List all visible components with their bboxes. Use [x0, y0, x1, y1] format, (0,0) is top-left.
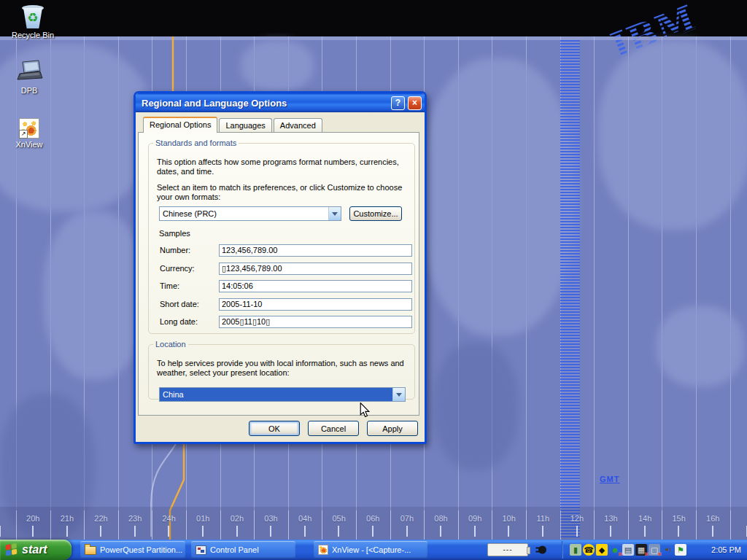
timezone-hour-label: 13h	[595, 514, 628, 523]
power-plug-icon[interactable]	[535, 544, 547, 559]
tab-advanced[interactable]: Advanced	[274, 118, 322, 132]
wallpaper-top-band: IBM	[0, 0, 747, 36]
desktop-icon-recycle-bin[interactable]: ♻ Recycle Bin	[5, 4, 61, 39]
gmt-label: GMT	[600, 475, 619, 483]
taskbar-task-powerquest[interactable]: PowerQuest Partition...	[80, 541, 185, 559]
sample-label: Long date:	[160, 317, 198, 326]
short-date-sample-field[interactable]: 2005-11-10	[219, 298, 412, 311]
xnview-task-icon	[318, 545, 328, 555]
standards-description: This option affects how some programs fo…	[157, 158, 409, 176]
timezone-hour-label: 21h	[50, 514, 84, 523]
timezone-hour-label: 11h	[526, 514, 560, 523]
sample-label: Time:	[160, 281, 179, 290]
timezone-hour-label: 12h	[560, 514, 594, 523]
volume-tray-icon[interactable]: ◄)	[662, 544, 673, 556]
location-group-legend: Location	[153, 340, 188, 349]
sample-row-time: Time: 14:05:06	[160, 280, 414, 292]
timezone-hour-label: 05h	[322, 514, 356, 523]
samples-label: Samples	[159, 229, 190, 238]
timezone-hour-label: 16h	[696, 514, 729, 523]
location-select-value: China	[160, 388, 392, 401]
timezone-tick-marks	[0, 526, 747, 537]
customize-button[interactable]: Customize...	[349, 206, 402, 221]
sample-row-short-date: Short date: 2005-11-10	[160, 298, 414, 311]
timezone-hour-label: 24h	[152, 514, 186, 523]
security-flag-tray-icon[interactable]: ⚑	[675, 544, 686, 556]
close-button[interactable]: ×	[408, 96, 422, 110]
phone-tray-icon[interactable]: ☎	[583, 544, 595, 556]
location-description: To help services provide you with local …	[157, 359, 409, 378]
diamond-tray-icon[interactable]: ◆	[596, 544, 608, 556]
control-panel-icon	[196, 545, 206, 555]
dialog-body: Regional Options Languages Advanced Stan…	[136, 112, 425, 442]
monitor-tray-icon[interactable]: ▤	[622, 544, 634, 556]
shortcut-arrow-icon: ↗	[19, 130, 28, 139]
task-label: XnView - [<Capture-...	[332, 545, 411, 554]
time-sample-field[interactable]: 14:05:06	[219, 280, 412, 292]
timezone-hour-label: 01h	[186, 514, 220, 523]
laptop-icon	[15, 60, 44, 83]
sample-row-long-date: Long date: 2005▯11▯10▯	[160, 316, 414, 328]
timezone-hour-label: 03h	[255, 514, 288, 523]
help-button[interactable]: ?	[391, 96, 405, 110]
taskbar-task-control-panel[interactable]: Control Panel	[191, 541, 295, 559]
task-label: Control Panel	[210, 545, 259, 554]
tray-icons: ▮☎◆☻×▤▦×▢×◄)⚑	[570, 544, 686, 556]
taskbar-task-xnview[interactable]: XnView - [<Capture-...	[314, 541, 427, 559]
standards-and-formats-group: Standards and formats This option affect…	[148, 139, 415, 334]
xnview-icon: ↗	[19, 118, 39, 139]
timezone-hour-label: 06h	[356, 514, 390, 523]
mouse-cursor	[358, 402, 371, 421]
timezone-hour-label: 09h	[458, 514, 492, 523]
chevron-down-icon[interactable]	[392, 388, 405, 401]
timezone-hour-label: 04h	[288, 514, 322, 523]
long-date-sample-field[interactable]: 2005▯11▯10▯	[219, 316, 412, 328]
regional-language-options-window: Regional and Language Options ? × Region…	[133, 91, 427, 444]
taskbar: start PowerQuest Partition... Control Pa…	[0, 540, 747, 560]
task-label: PowerQuest Partition...	[100, 545, 182, 554]
currency-sample-field[interactable]: ▯123,456,789.00	[219, 262, 412, 275]
sample-row-number: Number: 123,456,789.00	[160, 244, 414, 257]
tab-strip: Regional Options Languages Advanced	[143, 118, 322, 132]
sample-label: Short date:	[160, 300, 199, 308]
timezone-hour-label: 07h	[390, 514, 424, 523]
timezone-hour-label: 02h	[220, 514, 254, 523]
timezone-hour-label: 15h	[662, 514, 696, 523]
timezone-hour-label: 22h	[85, 514, 118, 523]
standards-instruction: Select an item to match its preferences,…	[157, 183, 409, 202]
dialog-titlebar[interactable]: Regional and Language Options ? ×	[136, 93, 425, 112]
desktop-icon-dpb[interactable]: DPB	[1, 60, 57, 95]
no-signal-tray-icon[interactable]: ▦×	[635, 544, 647, 556]
desktop-icon-label: Recycle Bin	[5, 31, 61, 39]
timezone-hour-labels: 20h21h22h23h24h01h02h03h04h05h06h07h08h0…	[0, 514, 747, 524]
tray-divider	[562, 541, 563, 559]
apply-button[interactable]: Apply	[367, 421, 418, 436]
desktop-icon-xnview[interactable]: ↗ XnView	[1, 118, 57, 149]
ok-button[interactable]: OK	[249, 421, 300, 436]
cancel-button[interactable]: Cancel	[308, 421, 359, 436]
timezone-hour-label: 14h	[628, 514, 662, 523]
dialog-title: Regional and Language Options	[136, 98, 391, 109]
sample-row-currency: Currency: ▯123,456,789.00	[160, 262, 414, 275]
battery-meter-widget[interactable]: ---	[487, 543, 528, 556]
start-button[interactable]: start	[0, 540, 71, 560]
location-select[interactable]: China	[159, 387, 406, 402]
folder-icon	[85, 546, 96, 555]
desktop-icon-label: DPB	[1, 86, 57, 95]
number-sample-field[interactable]: 123,456,789.00	[219, 244, 412, 257]
format-select[interactable]: Chinese (PRC)	[159, 206, 341, 221]
timezone-hour-label: 08h	[425, 514, 458, 523]
recycle-bin-icon: ♻	[20, 4, 45, 29]
location-group: Location To help services provide you wi…	[148, 340, 415, 400]
windows-flag-icon	[6, 543, 18, 557]
battery-tray-icon[interactable]: ▮	[570, 544, 581, 556]
network-offline-tray-icon[interactable]: ▢×	[649, 544, 660, 556]
users-offline-tray-icon[interactable]: ☻×	[609, 544, 621, 556]
tab-regional-options[interactable]: Regional Options	[143, 117, 217, 133]
taskbar-clock[interactable]: 2:05 PM	[711, 540, 741, 560]
timezone-hour-label: 23h	[118, 514, 152, 523]
sample-label: Number:	[160, 246, 190, 254]
chevron-down-icon[interactable]	[328, 207, 341, 220]
tab-languages[interactable]: Languages	[219, 118, 271, 132]
regional-options-panel: Standards and formats This option affect…	[138, 132, 419, 416]
